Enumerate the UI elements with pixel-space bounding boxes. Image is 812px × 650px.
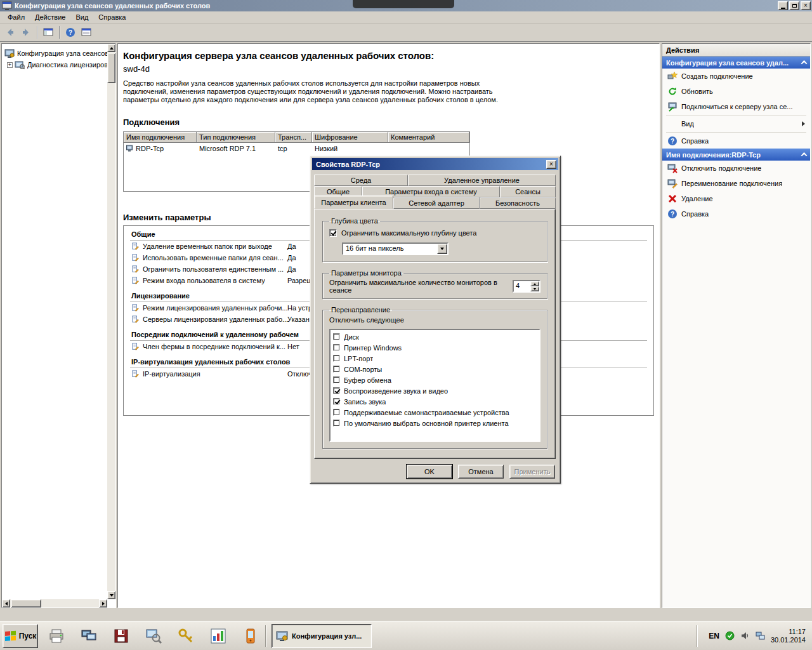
scrollbar-thumb[interactable]: [107, 53, 115, 83]
action-refresh[interactable]: Обновить: [662, 84, 810, 99]
help-button[interactable]: ?: [63, 25, 78, 40]
back-button[interactable]: [3, 25, 18, 40]
action-delete[interactable]: Удаление: [662, 191, 810, 206]
collapse-chevron-icon[interactable]: [801, 60, 808, 67]
tree-horizontal-scrollbar[interactable]: [2, 599, 107, 607]
tab-remote-control[interactable]: Удаленное управление: [408, 175, 556, 186]
menu-file[interactable]: Файл: [3, 12, 30, 22]
apply-button: Применить: [509, 465, 555, 479]
quicklaunch-save-disk[interactable]: [112, 627, 131, 646]
quicklaunch-search-computer[interactable]: [144, 627, 163, 646]
column-header-type[interactable]: Тип подключения: [197, 132, 275, 143]
cancel-button[interactable]: Отмена: [458, 465, 504, 479]
keyboard-layout-indicator[interactable]: EN: [709, 632, 719, 640]
redirect-item-clipboard[interactable]: Буфер обмена: [331, 375, 539, 385]
taskbar-task-button[interactable]: Конфигурация узл...: [272, 624, 372, 648]
taskbar-clock[interactable]: 11:17 30.01.2014: [771, 628, 806, 644]
printer-icon: [48, 627, 65, 645]
actions-section-header-connection[interactable]: Имя подключения:RDP-Tcp: [662, 149, 810, 161]
action-view[interactable]: Вид: [662, 116, 810, 131]
action-disable-connection[interactable]: Отключить подключение: [662, 161, 810, 176]
tree-vertical-scrollbar[interactable]: [107, 44, 115, 599]
svg-text:?: ?: [671, 211, 674, 218]
spinner-down-button[interactable]: [530, 286, 539, 291]
scroll-right-button[interactable]: [99, 599, 107, 607]
redirect-item-audio-recording[interactable]: Запись звука: [331, 396, 539, 407]
com-ports-checkbox[interactable]: [333, 366, 340, 373]
scroll-up-button[interactable]: [107, 44, 115, 52]
column-header-transport[interactable]: Трансп...: [275, 132, 312, 143]
max-monitors-value: 4: [514, 281, 530, 291]
tab-network-adapter[interactable]: Сетевой адаптер: [393, 197, 480, 209]
scrollbar-thumb[interactable]: [11, 599, 41, 607]
menu-help[interactable]: Справка: [93, 12, 131, 22]
quicklaunch-remote-desktop[interactable]: [79, 627, 98, 646]
column-header-comment[interactable]: Комментарий: [388, 132, 469, 143]
windows-printer-checkbox[interactable]: [333, 344, 340, 351]
tree-item-licensing[interactable]: + Диагностика лицензирова: [2, 59, 115, 70]
status-green-icon[interactable]: [725, 631, 735, 640]
limit-color-depth-checkbox[interactable]: [329, 229, 337, 237]
column-header-name[interactable]: Имя подключения: [124, 132, 197, 143]
spinner-up-button[interactable]: [530, 281, 539, 286]
minimize-button[interactable]: [778, 1, 788, 10]
redirect-item-lpt-port[interactable]: LPT-порт: [331, 353, 539, 364]
quicklaunch-chart[interactable]: [209, 627, 228, 646]
action-label: Справка: [681, 137, 709, 145]
redirect-item-windows-printer[interactable]: Принтер Windows: [331, 342, 539, 353]
setting-edit-icon: [131, 315, 139, 323]
action-help[interactable]: ? Справка: [662, 133, 810, 149]
action-connect-to-server[interactable]: Подключиться к серверу узла се...: [662, 99, 810, 114]
menu-action[interactable]: Действие: [30, 12, 70, 22]
tab-sessions[interactable]: Сеансы: [500, 186, 556, 197]
lpt-port-checkbox[interactable]: [333, 355, 340, 362]
setting-label: Серверы лицензирования удаленных рабо...: [143, 315, 288, 323]
redirect-item-com-ports[interactable]: COM-порты: [331, 364, 539, 375]
tab-security[interactable]: Безопасность: [480, 197, 556, 209]
redirect-item-audio-video[interactable]: Воспроизведение звука и видео: [331, 385, 539, 396]
quicklaunch-key[interactable]: [176, 627, 195, 646]
drive-checkbox[interactable]: [333, 333, 340, 340]
action-rename-connection[interactable]: Переименование подключения: [662, 176, 810, 191]
tree-item-root[interactable]: Конфигурация узла сеансов у...: [2, 48, 115, 59]
quicklaunch-printer[interactable]: [47, 627, 66, 646]
default-printer-checkbox[interactable]: [333, 420, 340, 427]
show-console-tree-button[interactable]: [41, 25, 56, 40]
forward-button[interactable]: [18, 25, 34, 40]
action-create-connection[interactable]: Создать подключение: [662, 69, 810, 84]
clipboard-checkbox[interactable]: [333, 376, 340, 383]
pnp-devices-checkbox[interactable]: [333, 409, 340, 416]
start-button[interactable]: Пуск: [3, 624, 38, 648]
close-button[interactable]: ×: [801, 1, 811, 10]
color-depth-combobox[interactable]: 16 бит на пиксель: [342, 242, 449, 255]
network-icon[interactable]: [756, 631, 765, 640]
dialog-close-button[interactable]: ×: [546, 160, 556, 169]
audio-video-checkbox[interactable]: [333, 387, 340, 394]
redirect-item-drive[interactable]: Диск: [331, 331, 539, 342]
redirection-listbox[interactable]: Диск Принтер Windows LPT-порт COM-порты: [329, 329, 540, 442]
redirect-item-pnp-devices[interactable]: Поддерживаемые самонастраиваемые устройс…: [331, 407, 539, 418]
search-computer-icon: [145, 627, 162, 645]
export-list-button[interactable]: [79, 25, 94, 40]
refresh-icon: [667, 86, 678, 96]
scroll-down-button[interactable]: [107, 591, 115, 599]
tab-client-settings[interactable]: Параметры клиента: [314, 196, 393, 209]
scroll-left-button[interactable]: [2, 599, 10, 607]
quicklaunch-mobile-device[interactable]: [241, 627, 260, 646]
actions-section-header-config[interactable]: Конфигурация узла сеансов удал...: [662, 56, 810, 69]
volume-icon[interactable]: [740, 631, 750, 640]
table-row[interactable]: RDP-Tcp Microsoft RDP 7.1 tcp Низкий: [124, 143, 469, 154]
action-help[interactable]: ? Справка: [662, 206, 810, 222]
collapse-chevron-icon[interactable]: [801, 152, 808, 159]
tab-environment[interactable]: Среда: [314, 175, 408, 186]
expand-plus-icon[interactable]: +: [7, 62, 13, 68]
ok-button[interactable]: OK: [407, 465, 452, 479]
column-header-encryption[interactable]: Шифрование: [312, 132, 388, 143]
dialog-titlebar[interactable]: Свойства RDP-Tcp ×: [312, 158, 558, 170]
menu-view[interactable]: Вид: [70, 12, 93, 22]
max-monitors-spinner[interactable]: 4: [513, 280, 540, 293]
combobox-dropdown-button[interactable]: [437, 244, 447, 254]
audio-recording-checkbox[interactable]: [333, 398, 340, 405]
restore-button[interactable]: [789, 1, 799, 10]
redirect-item-default-printer[interactable]: По умолчанию выбрать основной принтер кл…: [331, 418, 539, 428]
